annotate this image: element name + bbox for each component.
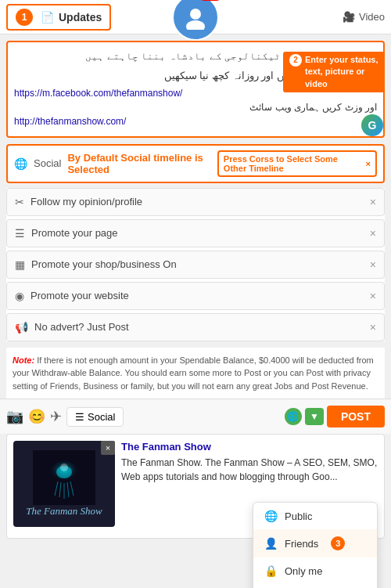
press-corss-text: Press Corss to Select Some Other Timelin…	[224, 154, 363, 173]
website-icon: ◉	[15, 290, 24, 302]
globe-icon: 🌐	[14, 157, 27, 170]
shop-icon: ▦	[15, 258, 25, 271]
follow-icon: ✂	[15, 196, 24, 208]
option-noadvert-label: No advert? Just Post	[34, 321, 129, 333]
svg-point-1	[186, 20, 205, 30]
friends-icon: 👤	[264, 537, 277, 550]
post-author: The Fanman Show	[121, 441, 378, 453]
friends-step-number: 3	[331, 536, 345, 550]
post-button[interactable]: POST	[327, 406, 385, 427]
close-social-button[interactable]: ×	[366, 159, 371, 168]
post-image-close[interactable]: ×	[101, 441, 115, 455]
post-image: The Fanman Show	[13, 441, 115, 527]
video-icon: 🎥	[343, 11, 355, 23]
privacy-dropdown-button[interactable]: ▼	[305, 408, 324, 425]
social-label: Social	[34, 157, 61, 169]
video-label: Video	[359, 11, 385, 23]
option-noadvert-close[interactable]: ×	[370, 321, 376, 334]
social-menu-button[interactable]: ☰ Social	[66, 407, 124, 427]
privacy-item-public[interactable]: 🌐 Public	[253, 503, 377, 529]
press-corss-box: Press Corss to Select Some Other Timelin…	[217, 150, 377, 177]
post-content: The Fanman Show The Fanman Show. The Fan…	[121, 441, 378, 484]
svg-point-5	[60, 464, 68, 471]
public-icon: 🌐	[264, 510, 277, 522]
emoji-icon[interactable]: 😊	[28, 408, 45, 425]
option-shop-label: Promote your shop/business On	[31, 258, 177, 270]
tab-video[interactable]: 🎥 Video	[343, 11, 385, 23]
urdu-bottom-text: اور وزٹ کریں ہماری ویب سائٹ	[14, 102, 377, 113]
post-image-wrapper: The Fanman Show ×	[13, 441, 115, 527]
top-tabs-bar: 1 📄 Updates 100+ 🎥 Video	[0, 0, 391, 34]
options-area: ✂ Follow my opinion/profile × ☰ Promote …	[6, 188, 385, 341]
updates-icon: 📄	[41, 11, 54, 23]
avatar-badge: 100+	[199, 0, 221, 1]
privacy-friends-label: Friends	[285, 538, 318, 550]
option-follow-label: Follow my opinion/profile	[30, 196, 142, 207]
privacy-item-friends[interactable]: 👤 Friends 3	[253, 529, 377, 557]
option-page-close[interactable]: ×	[370, 227, 376, 240]
social-btn-label: Social	[88, 411, 115, 423]
option-website-label: Promote your website	[30, 290, 129, 301]
option-row-shop[interactable]: ▦ Promote your shop/business On ×	[6, 251, 385, 279]
only-me-icon: 🔒	[264, 565, 277, 577]
option-row-page[interactable]: ☰ Promote your page ×	[6, 219, 385, 247]
bottom-toolbar: 📷 😊 ✈ ☰ Social 🌐 ▼ POST	[0, 399, 391, 434]
option-row-follow[interactable]: ✂ Follow my opinion/profile ×	[6, 188, 385, 216]
option-shop-close[interactable]: ×	[370, 258, 376, 271]
gemini-icon[interactable]: G	[361, 114, 383, 136]
main-content-area: کیا آپ انفارمیشن ٹیکنالوجی کے بادشاہ بنن…	[6, 41, 385, 138]
globe-green-icon[interactable]: 🌐	[285, 408, 302, 425]
privacy-dropdown: 🌐 Public 👤 Friends 3 🔒 Only me 👥 Family …	[253, 502, 378, 588]
note-area: Note: If there is not enough amount in y…	[6, 348, 385, 399]
social-bar: 🌐 Social By Default Social timeline is S…	[6, 144, 385, 183]
privacy-only-me-label: Only me	[285, 565, 322, 577]
option-follow-close[interactable]: ×	[370, 196, 376, 208]
post-card: The Fanman Show × The Fanman Show The Fa…	[6, 434, 385, 539]
note-label: Note:	[13, 355, 34, 365]
page-icon: ☰	[15, 227, 25, 240]
avatar[interactable]: 100+	[172, 0, 219, 41]
url2-text: http://thefanmanshow.com/	[14, 116, 377, 127]
noadvert-icon: 📢	[15, 321, 28, 334]
updates-label: Updates	[59, 11, 102, 23]
camera-icon[interactable]: 📷	[6, 408, 23, 425]
note-text: If there is not enough amount in your Sp…	[13, 355, 374, 391]
tab-updates[interactable]: 1 📄 Updates	[6, 4, 111, 31]
send-icon[interactable]: ✈	[50, 408, 62, 425]
privacy-item-family[interactable]: 👥 Family 4	[253, 584, 377, 588]
tab-number: 1	[16, 9, 33, 26]
svg-point-0	[190, 9, 201, 20]
post-image-label: The Fanman Show	[26, 505, 102, 518]
privacy-item-only-me[interactable]: 🔒 Only me	[253, 557, 377, 584]
list-icon: ☰	[75, 411, 84, 423]
post-text: The Fanman Show. The Fanman Show – A SEO…	[121, 456, 378, 484]
option-row-website[interactable]: ◉ Promote your website ×	[6, 282, 385, 310]
option-page-label: Promote your page	[31, 227, 118, 239]
social-selected-text: By Default Social timeline is Selected	[67, 152, 210, 175]
step2-label: 2 Enter your status, text, picture or vi…	[283, 52, 385, 92]
avatar-container: 100+	[172, 0, 219, 41]
option-website-close[interactable]: ×	[370, 290, 376, 302]
option-row-noadvert[interactable]: 📢 No advert? Just Post ×	[6, 313, 385, 341]
privacy-public-label: Public	[285, 510, 312, 522]
